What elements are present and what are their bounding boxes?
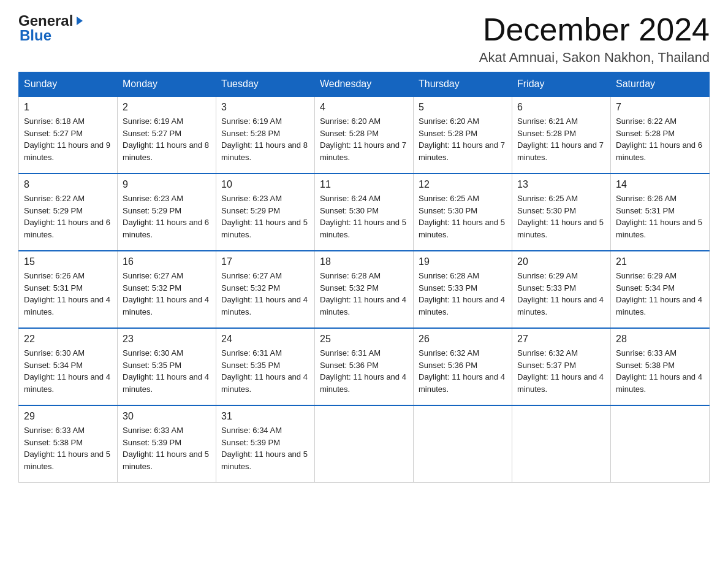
calendar-cell: 31 Sunrise: 6:34 AM Sunset: 5:39 PM Dayl… [216, 405, 315, 483]
day-info: Sunrise: 6:33 AM Sunset: 5:39 PM Dayligh… [123, 424, 211, 472]
calendar-header-tuesday: Tuesday [216, 72, 315, 97]
calendar-cell: 15 Sunrise: 6:26 AM Sunset: 5:31 PM Dayl… [19, 251, 118, 328]
calendar-cell: 9 Sunrise: 6:23 AM Sunset: 5:29 PM Dayli… [118, 174, 216, 251]
svg-marker-0 [77, 17, 83, 25]
day-number: 7 [616, 102, 704, 113]
calendar-week-row: 29 Sunrise: 6:33 AM Sunset: 5:38 PM Dayl… [19, 405, 710, 483]
day-number: 20 [517, 256, 605, 267]
calendar-cell: 14 Sunrise: 6:26 AM Sunset: 5:31 PM Dayl… [611, 174, 710, 251]
calendar-cell: 13 Sunrise: 6:25 AM Sunset: 5:30 PM Dayl… [512, 174, 611, 251]
day-info: Sunrise: 6:20 AM Sunset: 5:28 PM Dayligh… [320, 115, 408, 163]
day-number: 27 [517, 334, 605, 345]
day-info: Sunrise: 6:31 AM Sunset: 5:36 PM Dayligh… [320, 347, 408, 395]
day-info: Sunrise: 6:19 AM Sunset: 5:28 PM Dayligh… [221, 115, 309, 163]
day-info: Sunrise: 6:25 AM Sunset: 5:30 PM Dayligh… [419, 193, 507, 240]
calendar-header-saturday: Saturday [611, 72, 710, 97]
day-info: Sunrise: 6:30 AM Sunset: 5:35 PM Dayligh… [123, 347, 211, 395]
calendar-cell: 18 Sunrise: 6:28 AM Sunset: 5:32 PM Dayl… [315, 251, 414, 328]
day-number: 9 [123, 179, 211, 190]
calendar-header-sunday: Sunday [19, 72, 118, 97]
calendar-header-thursday: Thursday [414, 72, 512, 97]
calendar-cell: 11 Sunrise: 6:24 AM Sunset: 5:30 PM Dayl… [315, 174, 414, 251]
calendar-header-friday: Friday [512, 72, 611, 97]
calendar-cell: 27 Sunrise: 6:32 AM Sunset: 5:37 PM Dayl… [512, 328, 611, 405]
calendar-cell: 1 Sunrise: 6:18 AM Sunset: 5:27 PM Dayli… [19, 96, 118, 174]
day-info: Sunrise: 6:32 AM Sunset: 5:36 PM Dayligh… [419, 347, 507, 395]
day-info: Sunrise: 6:34 AM Sunset: 5:39 PM Dayligh… [221, 424, 309, 472]
calendar-cell: 4 Sunrise: 6:20 AM Sunset: 5:28 PM Dayli… [315, 96, 414, 174]
day-number: 10 [221, 179, 309, 190]
calendar-header-row: SundayMondayTuesdayWednesdayThursdayFrid… [19, 72, 710, 97]
calendar-week-row: 8 Sunrise: 6:22 AM Sunset: 5:29 PM Dayli… [19, 174, 710, 251]
day-number: 2 [123, 102, 211, 113]
calendar-cell: 3 Sunrise: 6:19 AM Sunset: 5:28 PM Dayli… [216, 96, 315, 174]
day-info: Sunrise: 6:33 AM Sunset: 5:38 PM Dayligh… [24, 424, 112, 472]
day-info: Sunrise: 6:27 AM Sunset: 5:32 PM Dayligh… [123, 270, 211, 318]
day-info: Sunrise: 6:30 AM Sunset: 5:34 PM Dayligh… [24, 347, 112, 395]
day-info: Sunrise: 6:25 AM Sunset: 5:30 PM Dayligh… [517, 193, 605, 240]
calendar-cell: 24 Sunrise: 6:31 AM Sunset: 5:35 PM Dayl… [216, 328, 315, 405]
day-info: Sunrise: 6:18 AM Sunset: 5:27 PM Dayligh… [24, 115, 112, 163]
calendar-cell: 29 Sunrise: 6:33 AM Sunset: 5:38 PM Dayl… [19, 405, 118, 483]
calendar-cell: 19 Sunrise: 6:28 AM Sunset: 5:33 PM Dayl… [414, 251, 512, 328]
calendar-cell: 20 Sunrise: 6:29 AM Sunset: 5:33 PM Dayl… [512, 251, 611, 328]
day-number: 26 [419, 334, 507, 345]
calendar-cell: 17 Sunrise: 6:27 AM Sunset: 5:32 PM Dayl… [216, 251, 315, 328]
day-info: Sunrise: 6:31 AM Sunset: 5:35 PM Dayligh… [221, 347, 309, 395]
day-number: 5 [419, 102, 507, 113]
day-info: Sunrise: 6:29 AM Sunset: 5:33 PM Dayligh… [517, 270, 605, 318]
day-info: Sunrise: 6:26 AM Sunset: 5:31 PM Dayligh… [24, 270, 112, 318]
calendar-cell: 28 Sunrise: 6:33 AM Sunset: 5:38 PM Dayl… [611, 328, 710, 405]
calendar-title: December 2024 [479, 12, 710, 47]
day-number: 14 [616, 179, 704, 190]
day-number: 22 [24, 334, 112, 345]
page-header: General Blue December 2024 Akat Amnuai, … [18, 12, 710, 66]
day-number: 21 [616, 256, 704, 267]
calendar-cell [315, 405, 414, 483]
day-info: Sunrise: 6:27 AM Sunset: 5:32 PM Dayligh… [221, 270, 309, 318]
day-number: 8 [24, 179, 112, 190]
day-number: 3 [221, 102, 309, 113]
day-info: Sunrise: 6:28 AM Sunset: 5:33 PM Dayligh… [419, 270, 507, 318]
day-info: Sunrise: 6:21 AM Sunset: 5:28 PM Dayligh… [517, 115, 605, 163]
day-info: Sunrise: 6:22 AM Sunset: 5:28 PM Dayligh… [616, 115, 704, 163]
day-number: 4 [320, 102, 408, 113]
day-number: 1 [24, 102, 112, 113]
logo: General Blue [18, 12, 85, 44]
day-number: 17 [221, 256, 309, 267]
day-info: Sunrise: 6:20 AM Sunset: 5:28 PM Dayligh… [419, 115, 507, 163]
day-info: Sunrise: 6:32 AM Sunset: 5:37 PM Dayligh… [517, 347, 605, 395]
calendar-week-row: 22 Sunrise: 6:30 AM Sunset: 5:34 PM Dayl… [19, 328, 710, 405]
calendar-cell: 21 Sunrise: 6:29 AM Sunset: 5:34 PM Dayl… [611, 251, 710, 328]
calendar-cell [611, 405, 710, 483]
logo-arrow-icon [74, 15, 85, 26]
calendar-cell: 16 Sunrise: 6:27 AM Sunset: 5:32 PM Dayl… [118, 251, 216, 328]
calendar-week-row: 1 Sunrise: 6:18 AM Sunset: 5:27 PM Dayli… [19, 96, 710, 174]
calendar-cell: 22 Sunrise: 6:30 AM Sunset: 5:34 PM Dayl… [19, 328, 118, 405]
day-number: 15 [24, 256, 112, 267]
calendar-cell: 10 Sunrise: 6:23 AM Sunset: 5:29 PM Dayl… [216, 174, 315, 251]
calendar-cell: 5 Sunrise: 6:20 AM Sunset: 5:28 PM Dayli… [414, 96, 512, 174]
day-number: 18 [320, 256, 408, 267]
calendar-table: SundayMondayTuesdayWednesdayThursdayFrid… [18, 72, 710, 483]
day-number: 29 [24, 411, 112, 422]
day-number: 28 [616, 334, 704, 345]
day-number: 24 [221, 334, 309, 345]
logo-text-blue: Blue [18, 27, 85, 44]
calendar-cell: 6 Sunrise: 6:21 AM Sunset: 5:28 PM Dayli… [512, 96, 611, 174]
day-number: 30 [123, 411, 211, 422]
calendar-cell: 25 Sunrise: 6:31 AM Sunset: 5:36 PM Dayl… [315, 328, 414, 405]
day-info: Sunrise: 6:19 AM Sunset: 5:27 PM Dayligh… [123, 115, 211, 163]
calendar-header-monday: Monday [118, 72, 216, 97]
day-number: 11 [320, 179, 408, 190]
day-number: 19 [419, 256, 507, 267]
day-info: Sunrise: 6:28 AM Sunset: 5:32 PM Dayligh… [320, 270, 408, 318]
day-info: Sunrise: 6:26 AM Sunset: 5:31 PM Dayligh… [616, 193, 704, 240]
calendar-cell: 7 Sunrise: 6:22 AM Sunset: 5:28 PM Dayli… [611, 96, 710, 174]
calendar-cell: 12 Sunrise: 6:25 AM Sunset: 5:30 PM Dayl… [414, 174, 512, 251]
day-info: Sunrise: 6:23 AM Sunset: 5:29 PM Dayligh… [123, 193, 211, 240]
day-number: 12 [419, 179, 507, 190]
calendar-subtitle: Akat Amnuai, Sakon Nakhon, Thailand [479, 50, 710, 66]
day-number: 23 [123, 334, 211, 345]
day-number: 25 [320, 334, 408, 345]
